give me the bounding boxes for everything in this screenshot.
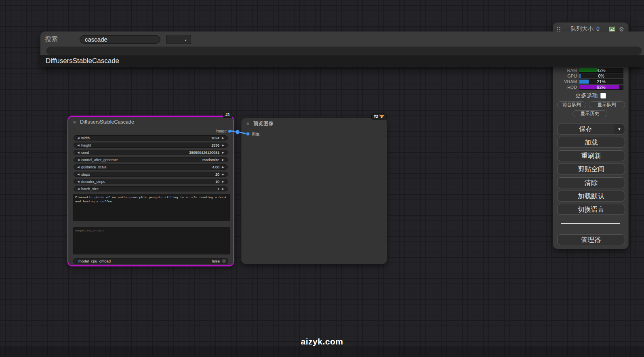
node1-output-slot[interactable] (228, 130, 231, 133)
node-search-dialog: 搜索 ⌄ DiffusersStableCascade (40, 32, 644, 67)
decrement-arrow-icon[interactable]: ◀ (76, 136, 80, 140)
search-label: 搜索 (45, 35, 58, 44)
widget-value: 389509426120981 (189, 151, 221, 155)
meter-percent: 42% (579, 68, 623, 72)
widget-value: 1536 (211, 143, 221, 147)
increment-arrow-icon[interactable]: ▶ (221, 158, 225, 162)
meter-percent: 92% (579, 85, 623, 89)
widget-value: 10 (215, 180, 221, 184)
bottom-strip (0, 346, 644, 357)
node2-input-slot[interactable] (246, 132, 250, 136)
meter-label: VRAM (558, 79, 579, 84)
clear-button[interactable]: 清除 (557, 177, 625, 188)
decrement-arrow-icon[interactable]: ◀ (76, 173, 80, 176)
widget-label: batch_size (80, 187, 217, 191)
increment-arrow-icon[interactable]: ▶ (221, 166, 225, 169)
switch-language-button[interactable]: 切换语言 (557, 204, 625, 215)
widget-label: height (80, 143, 211, 147)
widget-label: control_after_generate (80, 158, 202, 162)
show-history-button[interactable]: 显示历史 (572, 110, 607, 117)
chevron-down-icon: ⌄ (184, 37, 187, 42)
manager-button[interactable]: 管理器 (557, 234, 625, 245)
watermark-text: aizyk.com (0, 337, 644, 346)
prompt-textarea[interactable]: Cinematic photo of an anthropomorphic pe… (73, 194, 230, 221)
increment-arrow-icon[interactable]: ▶ (221, 151, 225, 154)
widget-label: width (80, 136, 211, 140)
meter-percent: 0% (579, 74, 623, 78)
widget-value: 1024 (211, 136, 221, 140)
show-queue-button[interactable]: 显示队列 (589, 101, 625, 108)
widget-guidance-scale[interactable]: ◀ guidance_scale 4.00 ▶ (74, 164, 228, 170)
node-preview-image[interactable]: #2 预览图像 图像 (241, 118, 387, 264)
node1-output-label: image (216, 129, 227, 133)
search-filter-select[interactable]: ⌄ (166, 35, 191, 44)
more-options-label: 更多选项 (575, 92, 598, 99)
decrement-arrow-icon[interactable]: ◀ (76, 187, 80, 191)
collapse-dot-icon[interactable] (246, 122, 250, 126)
increment-arrow-icon[interactable]: ▶ (221, 187, 225, 191)
toggle-knob-icon[interactable] (222, 259, 226, 263)
widget-control-after-generate[interactable]: ◀ control_after_generate randomize ▶ (74, 157, 228, 162)
negative-prompt-textarea[interactable]: negative_prompt (73, 227, 230, 254)
hdd-meter: 92% (579, 85, 623, 90)
vram-meter: 21% (579, 79, 623, 84)
increment-arrow-icon[interactable]: ▶ (221, 173, 225, 176)
clipspace-button[interactable]: 剪贴空间 (557, 164, 625, 174)
node2-input-label: 图像 (252, 132, 260, 137)
decrement-arrow-icon[interactable]: ◀ (76, 180, 80, 183)
search-input[interactable] (80, 35, 160, 44)
refresh-button[interactable]: 重刷新 (557, 150, 625, 161)
decrement-arrow-icon[interactable]: ◀ (76, 151, 80, 154)
meter-label: GPU (558, 74, 579, 78)
widget-label: seed (80, 151, 189, 155)
toggle-label: model_cpu_offload (78, 259, 212, 263)
decrement-arrow-icon[interactable]: ◀ (76, 158, 80, 162)
node-diffusers-stable-cascade[interactable]: #1 DiffusersStableCascade image ◀ width … (67, 116, 234, 266)
search-wide-input[interactable] (46, 46, 642, 55)
node1-title: DiffusersStableCascade (80, 119, 134, 125)
meter-label: HDD (558, 85, 579, 90)
link-midpoint-dot[interactable] (236, 130, 240, 134)
node1-title-bar[interactable]: DiffusersStableCascade (68, 117, 233, 127)
gpu-meter: 0% (579, 74, 623, 78)
menu-divider (561, 223, 620, 224)
widget-width[interactable]: ◀ width 1024 ▶ (74, 135, 228, 141)
widget-steps[interactable]: ◀ steps 20 ▶ (74, 172, 228, 177)
increment-arrow-icon[interactable]: ▶ (221, 136, 225, 140)
decrement-arrow-icon[interactable]: ◀ (76, 144, 80, 147)
widget-height[interactable]: ◀ height 1536 ▶ (74, 143, 228, 148)
model-cpu-offload-toggle[interactable]: model_cpu_offload false (73, 258, 228, 264)
increment-arrow-icon[interactable]: ▶ (221, 144, 225, 147)
widget-label: steps (80, 172, 215, 176)
save-button[interactable]: 保存 ▼ (557, 124, 625, 134)
node2-title-bar[interactable]: 预览图像 (242, 118, 387, 129)
widget-label: decoder_steps (80, 180, 215, 184)
widget-label: guidance_scale (80, 165, 212, 169)
search-result-item[interactable]: DiffusersStableCascade (40, 55, 644, 67)
widget-value: 4.00 (212, 165, 221, 169)
load-button[interactable]: 加载 (557, 137, 625, 148)
front-queue-button[interactable]: 前台队列 (557, 101, 586, 108)
ram-meter: 42% (579, 68, 623, 73)
node2-title: 预览图像 (253, 120, 274, 127)
decrement-arrow-icon[interactable]: ◀ (76, 166, 80, 169)
widget-decoder-steps[interactable]: ◀ decoder_steps 10 ▶ (74, 179, 228, 184)
more-options-checkbox[interactable] (600, 93, 606, 99)
widget-batch-size[interactable]: ◀ batch_size 1 ▶ (74, 186, 228, 191)
increment-arrow-icon[interactable]: ▶ (221, 180, 225, 183)
widget-seed[interactable]: ◀ seed 389509426120981 ▶ (74, 150, 228, 155)
widget-value: 20 (215, 172, 221, 176)
widget-value: randomize (202, 158, 221, 162)
load-default-button[interactable]: 加载默认 (557, 191, 625, 202)
meter-percent: 21% (579, 80, 623, 84)
save-dropdown-arrow-icon[interactable]: ▼ (614, 124, 625, 134)
toggle-value: false (212, 259, 220, 263)
widget-value: 1 (217, 187, 221, 191)
meter-label: RAM (558, 68, 579, 73)
collapse-dot-icon[interactable] (73, 120, 76, 124)
